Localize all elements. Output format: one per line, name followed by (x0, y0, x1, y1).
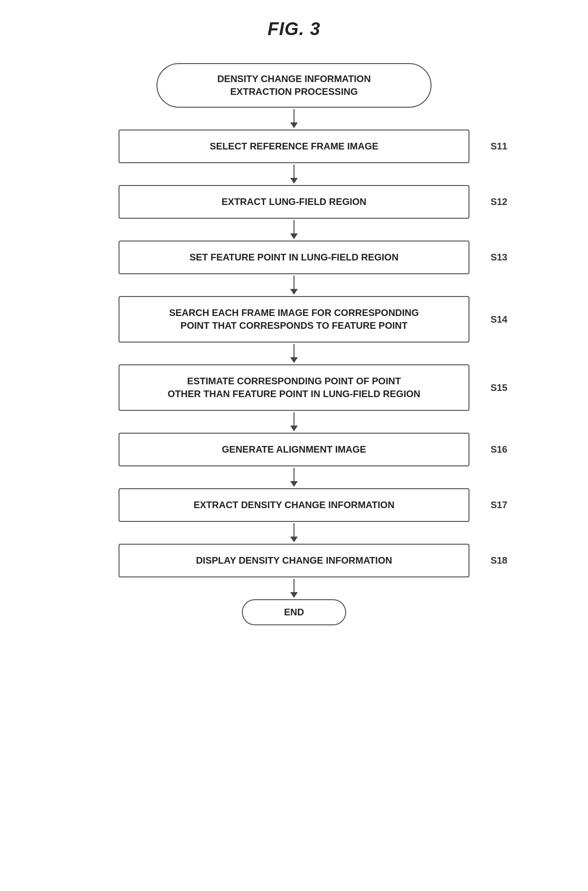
arrow-head (290, 481, 298, 487)
arrow-line (294, 109, 295, 122)
arrow-4 (81, 343, 507, 364)
arrow-2 (81, 219, 507, 241)
start-box: DENSITY CHANGE INFORMATION EXTRACTION PR… (156, 63, 432, 108)
arrow-line (294, 579, 295, 592)
figure-title: FIG. 3 (267, 19, 321, 39)
step-s15-box: ESTIMATE CORRESPONDING POINT OF POINT OT… (119, 364, 469, 411)
arrow-3 (81, 274, 507, 296)
step-s14: SEARCH EACH FRAME IMAGE FOR CORRESPONDIN… (81, 296, 507, 343)
step-s17-label: S17 (490, 500, 507, 510)
arrow-1 (81, 163, 507, 185)
arrow-8 (81, 577, 507, 599)
step-s17: EXTRACT DENSITY CHANGE INFORMATION S17 (81, 488, 507, 522)
arrow-line (294, 468, 295, 481)
step-s11-box: SELECT REFERENCE FRAME IMAGE (119, 130, 469, 163)
step-s16-label: S16 (490, 444, 507, 455)
step-s16: GENERATE ALIGNMENT IMAGE S16 (81, 433, 507, 466)
step-s12-label: S12 (490, 196, 507, 207)
arrow-line (294, 412, 295, 426)
arrow-line (294, 344, 295, 357)
start-node: DENSITY CHANGE INFORMATION EXTRACTION PR… (81, 63, 507, 108)
arrow-head (290, 178, 298, 184)
arrow-line (294, 523, 295, 537)
step-s11-label: S11 (490, 141, 507, 152)
arrow-head (290, 426, 298, 431)
step-s15: ESTIMATE CORRESPONDING POINT OF POINT OT… (81, 364, 507, 411)
step-s18: DISPLAY DENSITY CHANGE INFORMATION S18 (81, 544, 507, 577)
step-s14-label: S14 (490, 314, 507, 325)
arrow-5 (81, 411, 507, 433)
step-s12: EXTRACT LUNG-FIELD REGION S12 (81, 185, 507, 219)
step-s13-label: S13 (490, 252, 507, 263)
arrow-line (294, 276, 295, 289)
arrow-head (290, 289, 298, 295)
arrow-head (290, 122, 298, 128)
arrow-head (290, 233, 298, 239)
step-s18-label: S18 (490, 555, 507, 566)
end-box: END (242, 599, 346, 625)
step-s12-box: EXTRACT LUNG-FIELD REGION (119, 185, 469, 219)
step-s15-label: S15 (490, 382, 507, 393)
end-node: END (81, 599, 507, 625)
arrow-0 (81, 108, 507, 130)
arrow-line (294, 220, 295, 233)
step-s17-box: EXTRACT DENSITY CHANGE INFORMATION (119, 488, 469, 522)
step-s13-box: SET FEATURE POINT IN LUNG-FIELD REGION (119, 241, 469, 274)
arrow-head (290, 592, 298, 598)
step-s16-box: GENERATE ALIGNMENT IMAGE (119, 433, 469, 466)
step-s18-box: DISPLAY DENSITY CHANGE INFORMATION (119, 544, 469, 577)
arrow-head (290, 357, 298, 363)
arrow-head (290, 537, 298, 542)
arrow-6 (81, 466, 507, 488)
step-s14-box: SEARCH EACH FRAME IMAGE FOR CORRESPONDIN… (119, 296, 469, 343)
flowchart: DENSITY CHANGE INFORMATION EXTRACTION PR… (81, 63, 507, 625)
arrow-7 (81, 522, 507, 544)
step-s11: SELECT REFERENCE FRAME IMAGE S11 (81, 130, 507, 163)
step-s13: SET FEATURE POINT IN LUNG-FIELD REGION S… (81, 241, 507, 274)
arrow-line (294, 165, 295, 178)
